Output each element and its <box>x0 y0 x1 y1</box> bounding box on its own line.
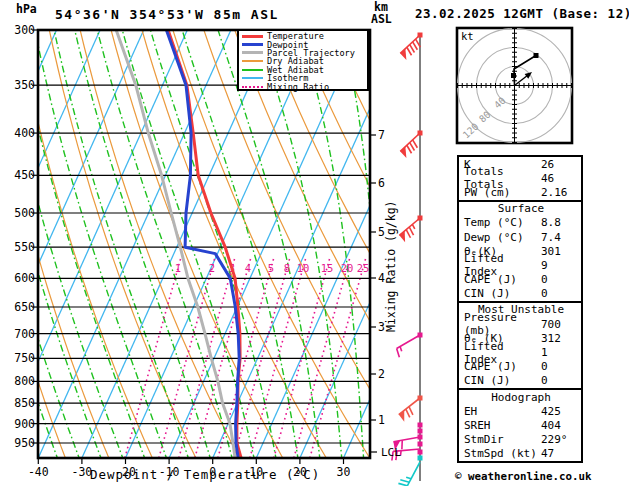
isotherm-line <box>213 30 406 458</box>
datetime-label: 23.02.2025 12GMT (Base: 12) <box>415 8 629 21</box>
table-row-value: 2.16 <box>541 186 578 199</box>
table-row: Lifted Index1 <box>459 345 581 359</box>
table-row: Totals Totals46 <box>459 171 581 185</box>
mixing-ratio-value-label: 1 <box>175 262 181 274</box>
table-section-header: Hodograph <box>459 390 581 404</box>
hodograph-unit-label: kt <box>461 31 474 42</box>
mixing-ratio-value-label: 8 <box>284 262 290 274</box>
table-row-value: 1 <box>541 346 578 359</box>
table-row-value: 0 <box>541 287 578 300</box>
pressure-tick-label: 500 <box>14 206 35 220</box>
table-row-label: StmDir <box>464 433 541 446</box>
wind-level-marker <box>418 423 423 428</box>
table-row-value: 700 <box>541 318 578 331</box>
table-row: Dewp (°C)7.4 <box>459 230 581 244</box>
mixing-ratio-value-label: 5 <box>268 262 274 274</box>
table-row-value: 26 <box>541 158 578 171</box>
legend-swatch-thin <box>242 77 263 79</box>
table-row-label: StmSpd (kt) <box>464 447 541 460</box>
table-row-value: 47 <box>541 447 578 460</box>
km-tick-label: 7 <box>378 128 385 142</box>
mixing-ratio-value-label: 15 <box>321 262 334 274</box>
plot-border <box>38 30 370 458</box>
copyright-footer: © weatheronline.co.uk <box>455 472 592 483</box>
table-row-value: 312 <box>541 332 578 345</box>
skewt-sounding-page: 1234581015202530035040045050055060065070… <box>0 0 629 486</box>
table-row: Lifted Index9 <box>459 258 581 272</box>
legend-swatch-thick <box>242 35 263 38</box>
wind-level-marker <box>418 442 423 447</box>
hodograph-point <box>534 53 539 58</box>
isotherm-line <box>38 30 231 458</box>
table-row-value: 425 <box>541 405 578 418</box>
wind-level-marker <box>418 429 423 434</box>
pressure-tick-label: 700 <box>14 327 35 341</box>
pressure-tick-label: 900 <box>14 417 35 431</box>
table-row-label: CIN (J) <box>464 374 541 387</box>
legend-swatch-thick <box>242 51 263 54</box>
km-tick-label: 6 <box>378 176 385 190</box>
table-row-value: 0 <box>541 374 578 387</box>
mixing-ratio-value-label: 2 <box>209 262 215 274</box>
pressure-tick-label: 300 <box>14 23 35 37</box>
pressure-tick-label: 400 <box>14 126 35 140</box>
table-row-label: EH <box>464 405 541 418</box>
pressure-tick-label: 750 <box>14 351 35 365</box>
pressure-tick-label: 950 <box>14 436 35 450</box>
pressure-tick-label: 800 <box>14 374 35 388</box>
table-row-value: 229° <box>541 433 578 446</box>
pressure-unit-label: hPa <box>16 4 37 16</box>
wind-barb <box>397 335 420 357</box>
table-row-value: 9 <box>541 259 578 272</box>
legend-swatch-thin <box>242 69 263 71</box>
mixing-ratio-value-label: 20 <box>341 262 354 274</box>
isotherm-line <box>0 30 13 458</box>
table-row-label: CIN (J) <box>464 287 541 300</box>
table-row-value: 404 <box>541 419 578 432</box>
wind-level-marker <box>418 456 423 461</box>
legend-item: Mixing Ratio <box>242 82 367 90</box>
table-row: SREH404 <box>459 418 581 432</box>
mixing-ratio-value-label: 25 <box>357 262 370 274</box>
pressure-tick-label: 550 <box>14 240 35 254</box>
pressure-tick-label: 600 <box>14 271 35 285</box>
table-row-value: 46 <box>541 172 578 185</box>
legend-swatch-dotted <box>242 86 263 88</box>
pressure-tick-label: 350 <box>14 78 35 92</box>
wet-adiabat-line <box>0 24 15 461</box>
legend-label: Mixing Ratio <box>267 82 329 92</box>
hodograph-point <box>511 73 516 78</box>
pressure-tick-label: 450 <box>14 168 35 182</box>
table-row-value: 0 <box>541 360 578 373</box>
table-row-label: PW (cm) <box>464 186 541 199</box>
indices-table-section: K26Totals Totals46PW (cm)2.16 <box>457 155 583 202</box>
dry-adiabat-line <box>602 24 629 460</box>
wind-barb <box>399 218 420 242</box>
wet-adiabat-line <box>34 24 168 461</box>
table-row-value: 7.4 <box>541 231 578 244</box>
chart-legend: TemperatureDewpointParcel TrajectoryDry … <box>237 29 369 91</box>
table-row: EH425 <box>459 404 581 418</box>
wind-barb <box>400 133 420 158</box>
table-row: Temp (°C)8.8 <box>459 216 581 230</box>
temp-tick-label: -40 <box>28 465 49 479</box>
wind-barb <box>399 398 420 422</box>
indices-table-section: Most UnstablePressure (mb)700θₑ (K)312Li… <box>457 301 583 390</box>
table-row: CIN (J)0 <box>459 374 581 388</box>
indices-table-section: HodographEH425SREH404StmDir229°StmSpd (k… <box>457 388 583 463</box>
pressure-tick-label: 650 <box>14 300 35 314</box>
isotherm-line <box>169 30 362 458</box>
table-row-label: SREH <box>464 419 541 432</box>
legend-swatch-thick <box>242 43 263 46</box>
table-row: CIN (J)0 <box>459 287 581 301</box>
table-row-label: Dewp (°C) <box>464 231 541 244</box>
altitude-unit-asl: ASL <box>371 14 392 26</box>
legend-swatch-thin <box>242 60 263 62</box>
mixing-ratio-axis-label: Mixing Ratio (g/kg) <box>386 200 398 332</box>
wind-level-marker <box>418 450 423 455</box>
table-row-label: CAPE (J) <box>464 360 541 373</box>
indices-table-section: SurfaceTemp (°C)8.8Dewp (°C)7.4θₑ(K)301L… <box>457 200 583 303</box>
table-row: PW (cm)2.16 <box>459 185 581 199</box>
table-row-value: 0 <box>541 273 578 286</box>
wet-adiabat-line <box>73 24 211 461</box>
